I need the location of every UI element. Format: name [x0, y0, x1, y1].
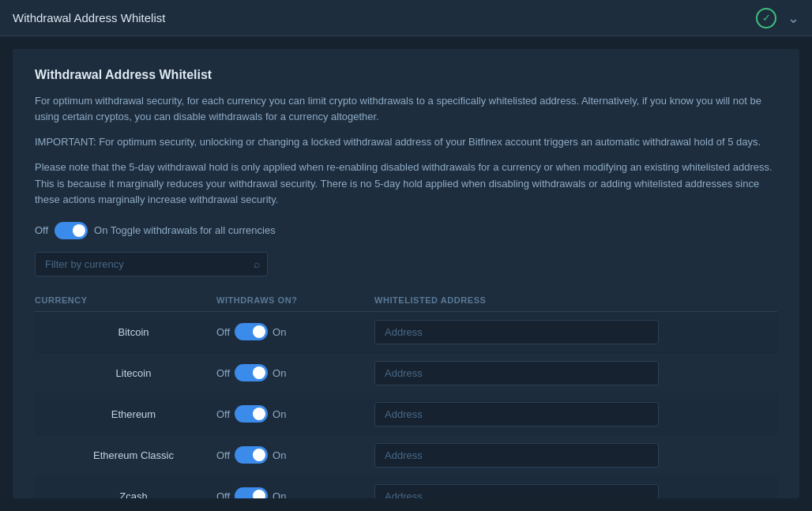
- address-cell: [374, 402, 777, 426]
- on-label: On: [273, 490, 286, 498]
- currency-toggle-1[interactable]: [235, 364, 268, 381]
- toggle-track: [235, 323, 268, 340]
- table-row: Ethereum Classic Off On: [35, 435, 777, 476]
- currency-toggle-4[interactable]: [235, 487, 268, 498]
- off-label: Off: [216, 326, 230, 338]
- currency-toggle-2[interactable]: [235, 405, 268, 423]
- off-label: Off: [216, 449, 230, 461]
- address-input-4[interactable]: [374, 484, 659, 498]
- description-2: IMPORTANT: For optimum security, unlocki…: [35, 134, 777, 150]
- search-icon: ⌕: [254, 257, 260, 270]
- withdraws-cell: Off On: [216, 323, 374, 340]
- address-input-3[interactable]: [374, 443, 659, 468]
- toggle-track: [235, 446, 268, 464]
- filter-row: ⌕: [35, 252, 268, 276]
- toggle-thumb: [253, 490, 265, 498]
- table-row: Bitcoin Off On: [35, 312, 777, 353]
- toggle-thumb: [253, 408, 265, 420]
- table-row: Litecoin Off On: [35, 353, 777, 394]
- filter-input[interactable]: [35, 252, 268, 276]
- currency-table: Bitcoin Off On Litecoin Off On: [35, 312, 777, 498]
- description-3: Please note that the 5-day withdrawal ho…: [35, 160, 777, 207]
- description-1: For optimum withdrawal security, for eac…: [35, 93, 777, 125]
- toggle-on-label: On Toggle withdrawals for all currencies: [94, 224, 276, 236]
- currency-name: Litecoin: [35, 367, 216, 379]
- status-check-icon: ✓: [756, 8, 776, 28]
- currency-name: Ethereum Classic: [35, 449, 216, 461]
- off-label: Off: [216, 408, 230, 420]
- address-cell: [374, 361, 777, 385]
- col-header-withdraws: WITHDRAWS ON?: [216, 295, 374, 305]
- on-label: On: [273, 449, 286, 461]
- withdraws-cell: Off On: [216, 487, 374, 498]
- title-bar-right: ✓ ⌄: [756, 8, 799, 28]
- currency-toggle-3[interactable]: [235, 446, 268, 464]
- toggle-all-row: Off On Toggle withdrawals for all curren…: [35, 222, 777, 239]
- address-cell: [374, 443, 777, 468]
- toggle-track: [235, 487, 268, 498]
- on-label: On: [273, 408, 286, 420]
- currency-name: Bitcoin: [35, 326, 216, 338]
- toggle-track: [235, 405, 268, 423]
- currency-toggle-0[interactable]: [235, 323, 268, 340]
- address-cell: [374, 484, 777, 498]
- table-header: CURRENCY WITHDRAWS ON? WHITELISTED ADDRE…: [35, 289, 777, 312]
- table-row: Ethereum Off On: [35, 394, 777, 435]
- main-content: Withdrawal Address Whitelist For optimum…: [13, 49, 799, 498]
- off-label: Off: [216, 490, 230, 498]
- off-label: Off: [216, 367, 230, 379]
- col-header-currency: CURRENCY: [35, 295, 216, 305]
- toggle-thumb: [253, 449, 265, 461]
- address-input-0[interactable]: [374, 320, 659, 344]
- toggle-track: [55, 222, 88, 239]
- title-bar: Withdrawal Address Whitelist ✓ ⌄: [0, 0, 812, 36]
- on-label: On: [273, 367, 286, 379]
- address-input-1[interactable]: [374, 361, 659, 385]
- toggle-off-label: Off: [35, 224, 48, 236]
- title-bar-left: Withdrawal Address Whitelist: [13, 11, 165, 24]
- address-input-2[interactable]: [374, 402, 659, 426]
- toggle-all-switch[interactable]: [55, 222, 88, 239]
- address-cell: [374, 320, 777, 344]
- toggle-track: [235, 364, 268, 381]
- withdraws-cell: Off On: [216, 405, 374, 423]
- withdraws-cell: Off On: [216, 364, 374, 381]
- currency-name: Zcash: [35, 490, 216, 498]
- on-label: On: [273, 326, 286, 338]
- toggle-thumb: [73, 224, 85, 237]
- toggle-thumb: [253, 366, 265, 379]
- col-header-address: WHITELISTED ADDRESS: [374, 295, 777, 305]
- page-title: Withdrawal Address Whitelist: [13, 11, 165, 24]
- withdraws-cell: Off On: [216, 446, 374, 464]
- currency-name: Ethereum: [35, 408, 216, 420]
- toggle-thumb: [253, 325, 265, 338]
- chevron-down-icon[interactable]: ⌄: [788, 9, 799, 27]
- table-row: Zcash Off On: [35, 476, 777, 498]
- section-title: Withdrawal Address Whitelist: [35, 68, 777, 82]
